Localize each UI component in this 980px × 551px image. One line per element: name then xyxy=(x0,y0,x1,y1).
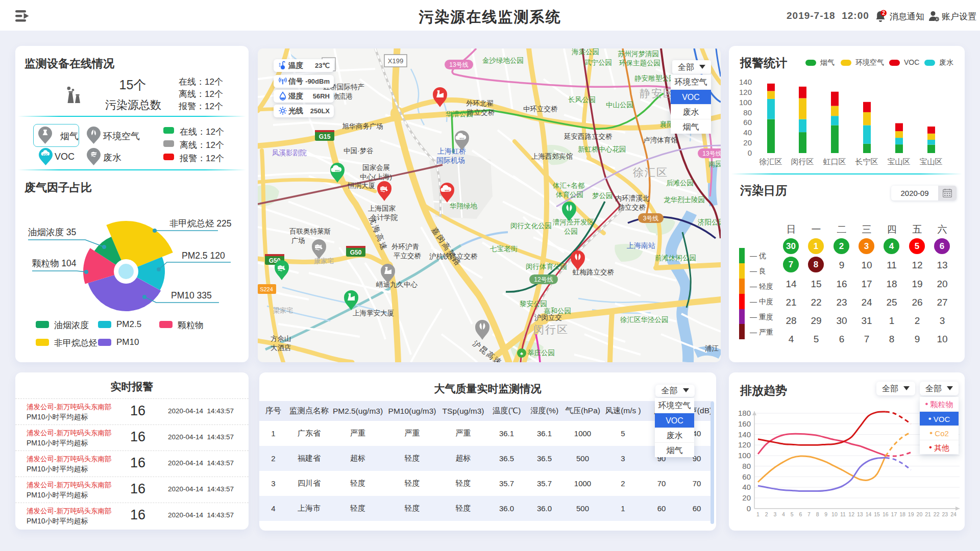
svg-text:23: 23 xyxy=(942,511,948,517)
svg-text:大酒店: 大酒店 xyxy=(271,344,291,352)
svg-text:沪闵立交: 沪闵立交 xyxy=(534,314,562,321)
svg-text:南园: 南园 xyxy=(708,160,721,168)
svg-text:旭华商务广场: 旭华商务广场 xyxy=(342,122,383,130)
svg-text:40: 40 xyxy=(743,128,752,137)
svg-text:康家宅: 康家宅 xyxy=(314,257,334,265)
svg-text:100: 100 xyxy=(738,451,751,460)
svg-text:浦江: 浦江 xyxy=(705,344,719,352)
svg-text:内环漕溪北: 内环漕溪北 xyxy=(615,194,650,202)
svg-text:广场: 广场 xyxy=(291,237,305,244)
svg-text:梦公园: 梦公园 xyxy=(592,192,613,199)
svg-text:宝山区: 宝山区 xyxy=(888,157,911,166)
svg-text:延安西路立交桥: 延安西路立交桥 xyxy=(564,133,612,140)
svg-text:G15: G15 xyxy=(319,133,331,140)
svg-text:3: 3 xyxy=(773,511,776,517)
svg-text:100: 100 xyxy=(739,98,752,107)
svg-text:中心(上海): 中心(上海) xyxy=(360,173,392,181)
svg-text:平立交桥: 平立交桥 xyxy=(394,252,422,260)
svg-text:20: 20 xyxy=(743,138,752,147)
svg-text:80: 80 xyxy=(743,108,752,117)
svg-text:方佘山: 方佘山 xyxy=(271,335,291,342)
svg-text:12号线: 12号线 xyxy=(534,276,553,283)
svg-text:静安雕塑公园: 静安雕塑公园 xyxy=(634,74,676,82)
svg-text:0: 0 xyxy=(748,148,752,157)
svg-text:S224: S224 xyxy=(260,286,273,292)
svg-text:闵行区: 闵行区 xyxy=(533,323,569,335)
svg-text:公园: 公园 xyxy=(564,228,578,235)
svg-text:环保主题公园: 环保主题公园 xyxy=(619,59,660,67)
svg-text:虹梅路立交桥: 虹梅路立交桥 xyxy=(573,268,615,276)
svg-text:闵行体育公园: 闵行体育公园 xyxy=(526,263,567,270)
svg-text:济阳公园: 济阳公园 xyxy=(698,218,721,226)
svg-text:上海西郊宾馆: 上海西郊宾馆 xyxy=(531,153,573,160)
svg-text:0: 0 xyxy=(747,504,751,513)
svg-text:国际机场: 国际机场 xyxy=(436,156,465,164)
svg-text:新虹桥中心花园: 新虹桥中心花园 xyxy=(578,145,626,153)
svg-text:140: 140 xyxy=(738,430,751,439)
svg-text:龙华烈士陵园: 龙华烈士陵园 xyxy=(664,196,705,204)
svg-text:华翔绿地: 华翔绿地 xyxy=(450,202,478,210)
svg-text:上海掌安大厦: 上海掌安大厦 xyxy=(353,309,394,317)
svg-text:140: 140 xyxy=(739,78,752,86)
svg-text:7: 7 xyxy=(807,511,811,517)
svg-text:12: 12 xyxy=(848,511,854,517)
svg-text:后滩公园: 后滩公园 xyxy=(666,179,694,187)
svg-text:X199: X199 xyxy=(388,57,403,65)
svg-text:60: 60 xyxy=(743,118,752,127)
svg-text:外环沪青: 外环沪青 xyxy=(391,243,420,251)
svg-text:中环立交桥: 中环立交桥 xyxy=(523,105,558,113)
svg-text:4: 4 xyxy=(782,511,785,517)
svg-text:80: 80 xyxy=(742,462,751,470)
svg-text:百联奥特莱斯: 百联奥特莱斯 xyxy=(289,228,331,235)
svg-text:闵行文化公园: 闵行文化公园 xyxy=(510,222,552,230)
svg-text:11: 11 xyxy=(840,511,846,517)
svg-text:voc: voc xyxy=(459,137,464,140)
svg-text:VOC: VOC xyxy=(43,153,48,156)
svg-text:梁家宅: 梁家宅 xyxy=(273,307,293,314)
svg-text:颗粒物 104: 颗粒物 104 xyxy=(32,258,77,268)
svg-text:国家会展: 国家会展 xyxy=(362,164,390,171)
svg-text:峭迪九久中心: 峭迪九久中心 xyxy=(376,281,418,288)
svg-text:上海南站: 上海南站 xyxy=(627,241,655,249)
svg-text:上海国家: 上海国家 xyxy=(368,205,396,212)
svg-text:徐汇区: 徐汇区 xyxy=(759,157,782,166)
svg-text:PM10 335: PM10 335 xyxy=(171,290,212,300)
svg-text:卢湾体育馆: 卢湾体育馆 xyxy=(643,136,678,144)
svg-text:G50: G50 xyxy=(350,249,362,256)
svg-text:华漕公园: 华漕公园 xyxy=(446,110,473,118)
svg-text:24: 24 xyxy=(950,511,957,517)
svg-text:虹口区: 虹口区 xyxy=(823,157,846,166)
svg-text:13: 13 xyxy=(857,511,863,517)
svg-text:10: 10 xyxy=(831,511,838,517)
svg-text:9: 9 xyxy=(824,511,827,517)
svg-text:徐汇区华泾公园: 徐汇区华泾公园 xyxy=(620,316,669,323)
svg-text:漕河泾开发区: 漕河泾开发区 xyxy=(552,218,594,226)
svg-text:中山公园: 中山公园 xyxy=(606,101,633,109)
svg-text:体育公园: 体育公园 xyxy=(556,191,583,198)
svg-text:2: 2 xyxy=(765,511,768,517)
svg-text:海棠公园: 海棠公园 xyxy=(572,48,599,56)
svg-text:3号线: 3号线 xyxy=(643,215,659,222)
svg-text:60: 60 xyxy=(742,472,751,481)
svg-text:19: 19 xyxy=(908,511,914,517)
svg-text:2: 2 xyxy=(882,10,885,16)
svg-text:15: 15 xyxy=(874,511,880,517)
svg-text:闵行区: 闵行区 xyxy=(791,157,814,166)
svg-text:18: 18 xyxy=(899,511,905,517)
svg-text:22: 22 xyxy=(934,511,940,517)
svg-text:20: 20 xyxy=(917,511,923,517)
svg-text:宝山区: 宝山区 xyxy=(920,157,943,166)
svg-text:♣: ♣ xyxy=(520,351,523,356)
svg-text:金沙绿地公园: 金沙绿地公园 xyxy=(482,57,524,64)
svg-text:黎安公园: 黎安公园 xyxy=(520,300,547,308)
svg-text:长宁区: 长宁区 xyxy=(855,157,878,166)
svg-text:长风公园: 长风公园 xyxy=(568,96,596,104)
svg-text:160: 160 xyxy=(738,419,751,428)
svg-text:静安区: 静安区 xyxy=(640,87,675,99)
svg-text:120: 120 xyxy=(738,440,751,449)
svg-text:40: 40 xyxy=(742,483,751,491)
svg-text:恒润大厦: 恒润大厦 xyxy=(347,182,375,189)
svg-text:体汇+名都: 体汇+名都 xyxy=(553,182,584,189)
svg-text:路立交桥: 路立交桥 xyxy=(618,204,646,211)
svg-text:嘉和公园: 嘉和公园 xyxy=(544,307,571,315)
